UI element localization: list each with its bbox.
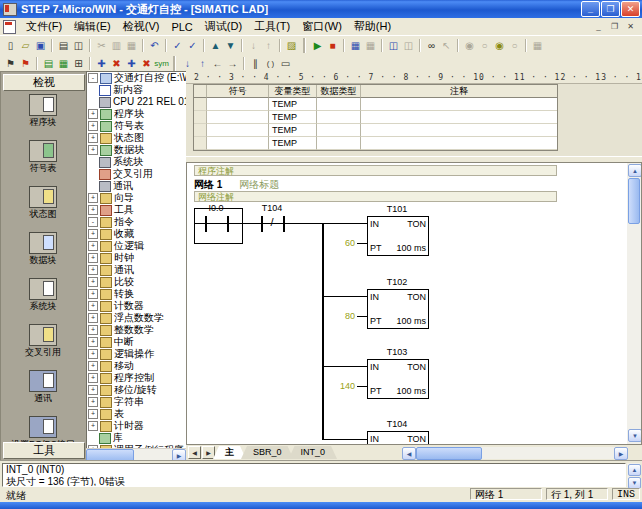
- collapse-icon[interactable]: -: [88, 73, 98, 83]
- chart-status-button[interactable]: ◫: [387, 39, 401, 53]
- paste-button[interactable]: ▦: [125, 39, 139, 53]
- table-row[interactable]: TEMP: [194, 111, 557, 124]
- tree-item-compare[interactable]: +比较: [87, 276, 187, 288]
- child-close-button[interactable]: ✕: [623, 21, 638, 33]
- toggle-symbol-info-button[interactable]: ▦: [57, 56, 71, 70]
- menu-help[interactable]: 帮助(H): [348, 18, 397, 35]
- navbar-item-data-block[interactable]: 数据块: [1, 232, 85, 276]
- tree-item-libraries[interactable]: 库: [87, 432, 187, 444]
- read-force-button[interactable]: ○: [508, 39, 522, 53]
- stop-button[interactable]: ■: [326, 39, 340, 53]
- var-type-cell[interactable]: TEMP: [269, 98, 317, 111]
- sym-view-button[interactable]: sym: [155, 56, 169, 70]
- navbar-tools-button[interactable]: 工具: [3, 442, 85, 459]
- ladder-vertical-scrollbar[interactable]: ▲ ▼: [627, 163, 641, 444]
- scroll-left-button[interactable]: ◀: [402, 447, 416, 460]
- expand-icon[interactable]: +: [88, 229, 98, 239]
- scroll-right-button[interactable]: ▶: [614, 447, 628, 460]
- monitor-button[interactable]: ∞: [425, 39, 439, 53]
- program-status-button[interactable]: ▦: [349, 39, 363, 53]
- tree-item-cpu[interactable]: CPU 221 REL 01.: [87, 96, 187, 108]
- upload-button[interactable]: ▲: [209, 39, 223, 53]
- expand-icon[interactable]: +: [88, 325, 98, 335]
- expand-icon[interactable]: +: [88, 373, 98, 383]
- tree-item-tools[interactable]: +工具: [87, 204, 187, 216]
- navbar-item-system-block[interactable]: 系统块: [1, 278, 85, 322]
- tree-item-move[interactable]: +移动: [87, 360, 187, 372]
- open-button[interactable]: ▱: [19, 39, 33, 53]
- tree-item-logical-ops[interactable]: +逻辑操作: [87, 348, 187, 360]
- tree-item-whats-new[interactable]: 新内容: [87, 84, 187, 96]
- navbar-item-set-pg-pc-interface[interactable]: 设置PG/PC接口: [1, 416, 85, 442]
- navbar-item-status-chart[interactable]: 状态图: [1, 186, 85, 230]
- pause-monitor-button[interactable]: ↖: [440, 39, 454, 53]
- force-table-button[interactable]: ▦: [531, 39, 545, 53]
- insert-network-button[interactable]: ✚: [95, 56, 109, 70]
- output-scrollbar[interactable]: ▲ ▼: [627, 463, 640, 487]
- program-comment-bar[interactable]: 程序注解: [194, 165, 557, 176]
- tree-item-table[interactable]: +表: [87, 408, 187, 420]
- tree-item-symbol-table[interactable]: +符号表: [87, 120, 187, 132]
- insert-contact-button[interactable]: ∥: [249, 56, 263, 70]
- minimize-button[interactable]: _: [581, 1, 600, 17]
- var-type-cell[interactable]: TEMP: [269, 137, 317, 150]
- menu-debug[interactable]: 调试(D): [199, 18, 248, 35]
- expand-icon[interactable]: +: [88, 409, 98, 419]
- pt-value[interactable]: 140: [325, 381, 355, 391]
- tree-item-convert[interactable]: +转换: [87, 288, 187, 300]
- expand-icon[interactable]: +: [88, 241, 98, 251]
- network-title[interactable]: 网络标题: [239, 179, 279, 190]
- navbar-item-cross-reference[interactable]: 交叉引用: [1, 324, 85, 368]
- compile-all-button[interactable]: ✓: [186, 39, 200, 53]
- download-button[interactable]: ▼: [224, 39, 238, 53]
- new-button[interactable]: ▯: [4, 39, 18, 53]
- save-button[interactable]: ▣: [34, 39, 48, 53]
- tree-item-communications-instr[interactable]: +通讯: [87, 264, 187, 276]
- tree-item-program-control[interactable]: +程序控制: [87, 372, 187, 384]
- write-force-button[interactable]: ◉: [493, 39, 507, 53]
- copy-button[interactable]: ▥: [110, 39, 124, 53]
- tree-item-cross-reference[interactable]: 交叉引用: [87, 168, 187, 180]
- tree-item-wizards[interactable]: +向导: [87, 192, 187, 204]
- tree-item-counters[interactable]: +计数器: [87, 300, 187, 312]
- delete-row-button[interactable]: ✖: [140, 56, 154, 70]
- expand-icon[interactable]: +: [88, 253, 98, 263]
- menu-window[interactable]: 窗口(W): [296, 18, 348, 35]
- tree-item-status-chart[interactable]: +状态图: [87, 132, 187, 144]
- var-type-cell[interactable]: TEMP: [269, 111, 317, 124]
- insert-row-button[interactable]: ✚: [125, 56, 139, 70]
- menu-plc[interactable]: PLC: [165, 20, 198, 34]
- tab-main[interactable]: 主: [213, 446, 246, 459]
- pt-value[interactable]: 80: [325, 311, 355, 321]
- tree-item-instructions[interactable]: -指令: [87, 216, 187, 228]
- tree-item-clock[interactable]: +时钟: [87, 252, 187, 264]
- compile-button[interactable]: ✓: [171, 39, 185, 53]
- navbar-item-symbol-table[interactable]: 符号表: [1, 140, 85, 184]
- expand-icon[interactable]: +: [88, 289, 98, 299]
- expand-icon[interactable]: +: [88, 277, 98, 287]
- expand-icon[interactable]: +: [88, 301, 98, 311]
- toggle-grid-button[interactable]: ⊞: [72, 56, 86, 70]
- pt-value[interactable]: 60: [325, 238, 355, 248]
- delete-network-button[interactable]: ✖: [110, 56, 124, 70]
- tree-item-timers[interactable]: +计时器: [87, 420, 187, 432]
- expand-icon[interactable]: +: [88, 205, 98, 215]
- navbar-item-program-block[interactable]: 程序块: [1, 94, 85, 138]
- tab-sbr0[interactable]: SBR_0: [241, 446, 294, 459]
- child-restore-button[interactable]: ❐: [607, 21, 622, 33]
- unforce-button[interactable]: ○: [478, 39, 492, 53]
- expand-icon[interactable]: +: [88, 337, 98, 347]
- scrollbar-thumb[interactable]: [416, 447, 482, 460]
- next-bookmark-button[interactable]: ⚑: [19, 56, 33, 70]
- line-left-button[interactable]: ←: [211, 56, 225, 70]
- expand-icon[interactable]: +: [88, 397, 98, 407]
- insert-coil-button[interactable]: ( ): [264, 56, 278, 70]
- expand-icon[interactable]: +: [88, 109, 98, 119]
- tree-item-data-block[interactable]: +数据块: [87, 144, 187, 156]
- line-right-button[interactable]: →: [226, 56, 240, 70]
- run-button[interactable]: ▶: [311, 39, 325, 53]
- scroll-up-button[interactable]: ▲: [628, 464, 641, 476]
- tree-item-interrupt[interactable]: +中断: [87, 336, 187, 348]
- tree-item-communications[interactable]: 通讯: [87, 180, 187, 192]
- cut-button[interactable]: ✂: [95, 39, 109, 53]
